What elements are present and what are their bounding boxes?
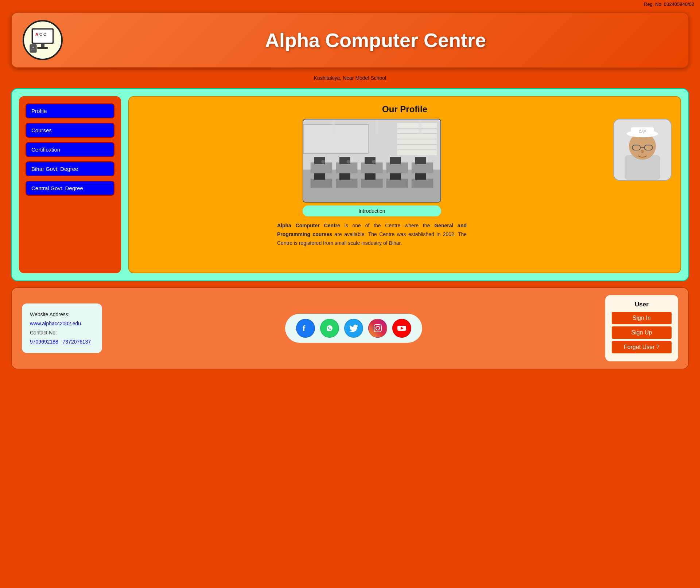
svg-text:A: A [35, 32, 38, 36]
svg-rect-38 [390, 173, 401, 180]
reg-no: Reg. No: 032405940/02 [0, 0, 700, 8]
profile-photo: CAP [613, 119, 672, 181]
header-box: A C C Alpha Computer Centre [11, 12, 689, 68]
instagram-icon[interactable] [368, 319, 387, 338]
svg-text:f: f [303, 324, 306, 333]
svg-point-40 [321, 160, 325, 164]
phone1-link[interactable]: 9709692188 [30, 339, 58, 345]
sidebar-item-courses[interactable]: Courses [26, 123, 114, 138]
svg-rect-39 [415, 173, 426, 180]
header-title: Alpha Computer Centre [74, 29, 677, 51]
svg-point-8 [32, 47, 34, 48]
youtube-icon[interactable] [392, 319, 411, 338]
svg-point-41 [347, 160, 350, 164]
whatsapp-icon[interactable] [320, 319, 339, 338]
svg-point-59 [376, 326, 380, 330]
svg-rect-34 [412, 179, 433, 188]
user-title: User [612, 301, 672, 308]
svg-rect-36 [339, 173, 350, 180]
content-area: Our Profile [128, 96, 681, 273]
svg-point-55 [641, 150, 644, 153]
forget-user-button[interactable]: Forget User ? [612, 341, 672, 353]
svg-rect-31 [336, 179, 357, 188]
intro-label: Introduction [303, 205, 441, 216]
sign-in-button[interactable]: Sign In [612, 312, 672, 324]
footer-contact: Website Address: www.alphacc2002.edu Con… [22, 303, 102, 353]
svg-text:CAP: CAP [639, 129, 646, 133]
svg-point-42 [372, 160, 376, 164]
website-label: Website Address: [30, 311, 70, 317]
sidebar-item-central-govt-degree[interactable]: Central Govt. Degree [26, 181, 114, 196]
svg-rect-44 [376, 119, 378, 134]
svg-rect-7 [30, 44, 36, 52]
footer-user: User Sign In Sign Up Forget User ? [605, 295, 678, 361]
sidebar: Profile Courses Certification Bihar Govt… [19, 96, 121, 273]
svg-rect-18 [303, 125, 368, 153]
profile-title: Our Profile [382, 104, 427, 114]
address-bar: Kashitakiya, Near Model School [0, 70, 700, 85]
profile-description: Alpha Computer Centre is one of the Cent… [277, 222, 467, 247]
svg-rect-37 [365, 173, 376, 180]
svg-rect-9 [31, 50, 35, 50]
profile-desc-mid: is one of the Centre where the [340, 223, 434, 228]
logo-svg: A C C [28, 26, 57, 55]
svg-text:C: C [43, 32, 46, 36]
main-container: Profile Courses Certification Bihar Govt… [11, 88, 689, 281]
logo: A C C [23, 20, 63, 60]
person-svg: CAP [614, 119, 671, 180]
twitter-icon[interactable] [344, 319, 363, 338]
svg-rect-45 [419, 119, 422, 134]
sidebar-item-certification[interactable]: Certification [26, 142, 114, 157]
facebook-icon[interactable]: f [296, 319, 315, 338]
footer-social: f [285, 314, 422, 343]
header-wrapper: A C C Alpha Computer Centre [0, 8, 700, 70]
svg-point-60 [380, 326, 381, 327]
svg-rect-32 [361, 179, 382, 188]
sign-up-button[interactable]: Sign Up [612, 326, 672, 339]
svg-text:C: C [39, 32, 42, 36]
svg-rect-5 [41, 44, 44, 47]
svg-rect-6 [37, 47, 48, 49]
svg-rect-28 [390, 157, 401, 164]
svg-rect-29 [415, 157, 426, 164]
content-body: Introduction Alpha Computer Centre is on… [138, 119, 672, 247]
contact-label: Contact No: [30, 330, 57, 336]
phone2-link[interactable]: 7372076137 [63, 339, 91, 345]
footer: Website Address: www.alphacc2002.edu Con… [11, 287, 689, 369]
sidebar-item-bihar-govt-degree[interactable]: Bihar Govt. Degree [26, 161, 114, 176]
computer-lab-image [303, 119, 441, 203]
svg-rect-33 [386, 179, 408, 188]
profile-name-bold: Alpha Computer Centre [277, 223, 340, 228]
sidebar-item-profile[interactable]: Profile [26, 103, 114, 118]
website-link[interactable]: www.alphacc2002.edu [30, 321, 81, 326]
lab-svg [303, 119, 440, 203]
svg-rect-30 [311, 179, 332, 188]
svg-rect-43 [332, 119, 335, 134]
svg-rect-35 [314, 173, 325, 180]
main-image-section: Introduction Alpha Computer Centre is on… [138, 119, 606, 247]
